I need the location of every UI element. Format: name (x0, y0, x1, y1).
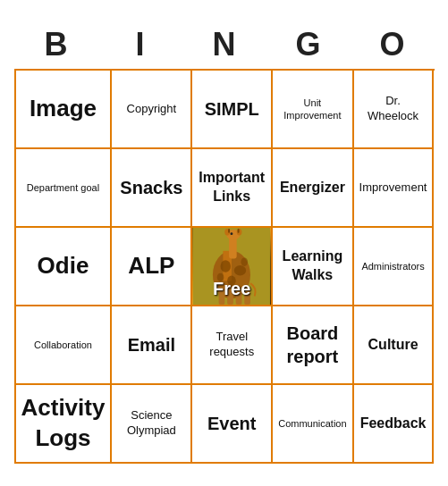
cell-text-r2-c3: Important Links (198, 169, 266, 206)
cell-r2-c1[interactable]: Department goal (16, 149, 113, 228)
cell-text-r1-c2: Copyright (127, 102, 177, 117)
svg-point-7 (237, 229, 242, 236)
cell-r5-c3[interactable]: Event (192, 385, 273, 464)
svg-rect-10 (238, 229, 240, 233)
cell-r2-c3[interactable]: Important Links (192, 149, 273, 228)
header-g: G (266, 22, 351, 67)
cell-r3-c1[interactable]: Odie (16, 228, 113, 306)
cell-text-r4-c1: Collaboration (34, 339, 92, 351)
cell-r4-c5[interactable]: Culture (354, 306, 435, 385)
cell-text-r4-c2: Email (128, 333, 175, 356)
cell-r4-c4[interactable]: Board report (273, 306, 353, 385)
svg-point-8 (231, 232, 233, 235)
cell-r4-c2[interactable]: Email (112, 306, 192, 385)
cell-r2-c2[interactable]: Snacks (112, 149, 192, 228)
header-b: B (14, 22, 98, 67)
cell-text-r5-c2: Science Olympiad (117, 408, 185, 439)
bingo-card: B I N G O ImageCopyrightSIMPLUnit Improv… (5, 13, 444, 473)
bingo-header: B I N G O (14, 22, 435, 67)
cell-text-r3-c2: ALP (128, 251, 174, 281)
cell-text-r5-c3: Event (207, 412, 256, 435)
cell-r1-c2[interactable]: Copyright (112, 71, 192, 149)
cell-r2-c4[interactable]: Energizer (273, 149, 353, 228)
cell-text-r3-c1: Odie (38, 251, 89, 281)
cell-text-r1-c3: SIMPL (205, 97, 259, 121)
header-o: O (351, 22, 435, 67)
cell-text-r2-c4: Energizer (280, 179, 345, 197)
cell-r5-c5[interactable]: Feedback (354, 385, 435, 464)
svg-point-19 (241, 257, 249, 266)
cell-text-r3-c4: Learning Walks (278, 247, 346, 285)
cell-r5-c2[interactable]: Science Olympiad (112, 385, 192, 464)
cell-r4-c3[interactable]: Travel requests (192, 306, 273, 385)
cell-r1-c3[interactable]: SIMPL (192, 71, 273, 149)
cell-r2-c5[interactable]: Improvement (354, 149, 435, 228)
cell-r1-c5[interactable]: Dr. Wheelock (354, 71, 435, 149)
header-n: N (182, 22, 266, 67)
header-i: I (98, 22, 182, 67)
cell-r4-c1[interactable]: Collaboration (16, 306, 113, 385)
cell-r3-c3[interactable]: Free (192, 228, 273, 306)
cell-text-r4-c3: Travel requests (198, 330, 266, 360)
bingo-grid: ImageCopyrightSIMPLUnit ImprovementDr. W… (14, 69, 435, 464)
cell-text-r5-c5: Feedback (360, 415, 427, 433)
cell-r3-c5[interactable]: Administrators (354, 228, 435, 306)
cell-text-r2-c1: Department goal (27, 181, 99, 194)
cell-r3-c4[interactable]: Learning Walks (273, 228, 353, 306)
cell-r1-c1[interactable]: Image (16, 71, 113, 149)
svg-rect-9 (228, 229, 230, 233)
cell-text-r2-c2: Snacks (120, 176, 182, 199)
svg-point-15 (221, 260, 231, 272)
cell-text-r2-c5: Improvement (359, 180, 427, 196)
free-label: Free (192, 279, 271, 299)
giraffe-image: Free (192, 228, 271, 305)
cell-text-r1-c1: Image (30, 94, 97, 124)
cell-text-r1-c5: Dr. Wheelock (359, 94, 427, 124)
cell-text-r5-c1: Activity Logs (21, 393, 106, 454)
cell-r5-c1[interactable]: Activity Logs (16, 385, 113, 464)
cell-text-r5-c4: Communication (278, 417, 346, 430)
svg-point-16 (234, 265, 246, 275)
cell-text-r4-c4: Board report (278, 322, 346, 368)
cell-text-r4-c5: Culture (368, 336, 418, 355)
cell-text-r1-c4: Unit Improvement (278, 96, 346, 122)
cell-r3-c2[interactable]: ALP (112, 228, 192, 306)
cell-r5-c4[interactable]: Communication (273, 385, 353, 464)
cell-r1-c4[interactable]: Unit Improvement (273, 71, 353, 149)
cell-text-r3-c5: Administrators (361, 260, 424, 272)
